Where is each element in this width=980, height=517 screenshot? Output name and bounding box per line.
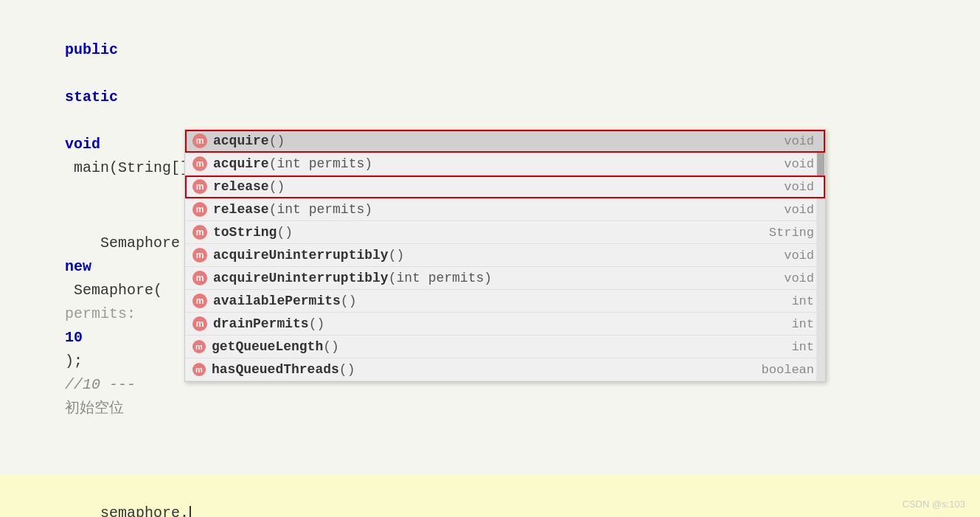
method-params-3: () [269,179,285,194]
method-return-11: boolean [762,363,818,377]
method-return-8: int [791,294,818,308]
method-name-2: acquire [213,156,269,171]
method-name-11: hasQueuedThreads [212,362,339,377]
autocomplete-item-9[interactable]: mdrainPermits()int [185,313,825,336]
autocomplete-item-3[interactable]: mrelease()void [185,176,825,198]
method-params-10: () [323,339,339,354]
keyword-void: void [65,136,100,153]
method-return-9: int [791,317,818,331]
comment-text: //10 --- [65,376,145,393]
method-name-7: acquireUninterruptibly [213,271,389,285]
keyword-new: new [65,258,91,275]
method-params-1: () [269,133,285,148]
autocomplete-item-10[interactable]: mgetQueueLength()int [185,336,825,358]
method-icon-9: m [192,316,207,331]
method-name-3: release [213,179,269,194]
method-params-11: () [339,362,355,377]
autocomplete-item-8[interactable]: mavailablePermits()int [185,290,825,313]
param-hint: permits: [65,305,145,322]
code-line-4: semaphore. [0,475,980,517]
autocomplete-item-5[interactable]: mtoString()String [185,221,825,244]
method-params-2: (int permits) [269,156,372,171]
method-icon-8: m [192,294,207,308]
method-return-6: void [784,249,818,263]
method-params-8: () [341,294,357,308]
autocomplete-item-4[interactable]: mrelease(int permits)void [185,198,825,221]
method-name-4: release [213,202,269,217]
method-params-6: () [389,248,405,263]
keyword-public: public [65,41,118,58]
method-name-5: toString [213,225,277,240]
autocomplete-item-7[interactable]: macquireUninterruptibly(int permits)void [185,267,825,290]
keyword-static: static [65,89,118,105]
method-return-2: void [784,157,818,171]
autocomplete-item-1[interactable]: macquire()void [185,130,825,153]
method-icon-5: m [192,225,207,240]
method-icon-1: m [192,133,207,148]
method-return-7: void [784,271,818,285]
method-icon-3: m [192,179,207,194]
autocomplete-item-6[interactable]: macquireUninterruptibly()void [185,244,825,267]
method-params-9: () [309,316,325,331]
method-params-7: (int permits) [389,271,492,285]
method-name-9: drainPermits [213,316,309,331]
autocomplete-dropdown[interactable]: macquire()voidmacquire(int permits)voidm… [184,129,826,382]
method-params-4: (int permits) [269,202,372,217]
method-name-1: acquire [213,133,269,148]
method-params-5: () [277,225,293,240]
method-icon-6: m [192,248,207,263]
method-icon-11: m [192,363,206,376]
method-return-10: int [791,340,818,354]
method-icon-4: m [192,202,207,217]
method-icon-7: m [192,271,207,285]
method-icon-2: m [192,156,207,171]
watermark: CSDN @s:103 [903,499,965,510]
text-cursor [190,506,191,517]
method-return-4: void [784,203,818,217]
autocomplete-item-2[interactable]: macquire(int permits)void [185,153,825,176]
method-return-3: void [784,180,818,194]
comment-chinese: 初始空位 [65,400,124,417]
method-icon-10: m [192,340,206,353]
number-value: 10 [65,329,83,346]
method-name-6: acquireUninterruptibly [213,248,389,263]
method-return-1: void [784,134,818,148]
method-name-8: availablePermits [213,294,341,308]
code-line-3 [29,451,951,475]
method-name-10: getQueueLength [212,339,323,354]
autocomplete-scrollbar[interactable] [816,130,825,381]
autocomplete-item-11[interactable]: mhasQueuedThreads()boolean [185,358,825,381]
method-return-5: String [769,226,818,240]
